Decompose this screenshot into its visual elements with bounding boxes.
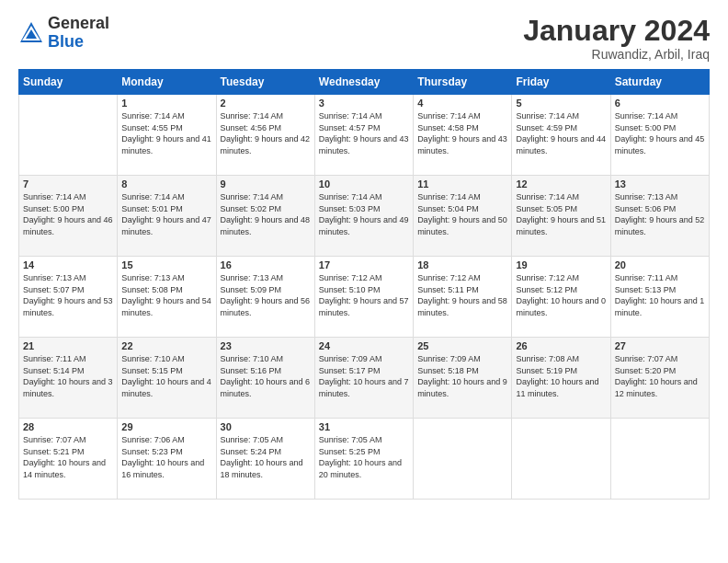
col-tuesday: Tuesday <box>216 70 314 95</box>
table-row: 26Sunrise: 7:08 AMSunset: 5:19 PMDayligh… <box>512 338 610 419</box>
day-info: Sunrise: 7:14 AMSunset: 5:05 PMDaylight:… <box>516 191 606 237</box>
day-info: Sunrise: 7:13 AMSunset: 5:08 PMDaylight:… <box>121 272 211 318</box>
subtitle: Ruwandiz, Arbil, Iraq <box>523 47 710 62</box>
table-row: 21Sunrise: 7:11 AMSunset: 5:14 PMDayligh… <box>19 338 118 419</box>
col-thursday: Thursday <box>414 70 512 95</box>
col-friday: Friday <box>512 70 610 95</box>
header: General Blue January 2024 Ruwandiz, Arbi… <box>18 15 710 62</box>
table-row: 16Sunrise: 7:13 AMSunset: 5:09 PMDayligh… <box>216 257 314 338</box>
day-info: Sunrise: 7:09 AMSunset: 5:17 PMDaylight:… <box>319 353 409 399</box>
day-number: 6 <box>615 98 705 109</box>
col-sunday: Sunday <box>19 70 118 95</box>
day-number: 31 <box>319 421 409 432</box>
table-row: 6Sunrise: 7:14 AMSunset: 5:00 PMDaylight… <box>610 95 709 176</box>
day-info: Sunrise: 7:06 AMSunset: 5:23 PMDaylight:… <box>121 434 211 480</box>
page: General Blue January 2024 Ruwandiz, Arbi… <box>0 0 728 563</box>
title-area: January 2024 Ruwandiz, Arbil, Iraq <box>523 15 710 62</box>
table-row: 15Sunrise: 7:13 AMSunset: 5:08 PMDayligh… <box>118 257 216 338</box>
table-row: 7Sunrise: 7:14 AMSunset: 5:00 PMDaylight… <box>19 176 118 257</box>
day-info: Sunrise: 7:13 AMSunset: 5:07 PMDaylight:… <box>23 272 113 318</box>
day-info: Sunrise: 7:05 AMSunset: 5:25 PMDaylight:… <box>319 434 409 480</box>
table-row: 5Sunrise: 7:14 AMSunset: 4:59 PMDaylight… <box>512 95 610 176</box>
table-row: 3Sunrise: 7:14 AMSunset: 4:57 PMDaylight… <box>314 95 413 176</box>
table-row: 8Sunrise: 7:14 AMSunset: 5:01 PMDaylight… <box>118 176 216 257</box>
day-number: 8 <box>121 178 211 190</box>
day-info: Sunrise: 7:11 AMSunset: 5:14 PMDaylight:… <box>23 353 113 399</box>
day-info: Sunrise: 7:09 AMSunset: 5:18 PMDaylight:… <box>417 353 507 399</box>
day-number: 22 <box>121 340 211 351</box>
day-number: 16 <box>221 259 311 270</box>
calendar-week-row: 1Sunrise: 7:14 AMSunset: 4:55 PMDaylight… <box>19 95 710 176</box>
logo-icon <box>18 20 44 46</box>
day-info: Sunrise: 7:07 AMSunset: 5:20 PMDaylight:… <box>615 353 705 399</box>
day-number: 25 <box>417 340 507 351</box>
calendar-week-row: 7Sunrise: 7:14 AMSunset: 5:00 PMDaylight… <box>19 176 710 257</box>
day-number: 14 <box>23 259 113 270</box>
table-row: 23Sunrise: 7:10 AMSunset: 5:16 PMDayligh… <box>216 338 314 419</box>
day-info: Sunrise: 7:14 AMSunset: 4:56 PMDaylight:… <box>221 110 311 156</box>
day-number: 18 <box>417 259 507 270</box>
day-number: 15 <box>121 259 211 270</box>
table-row: 28Sunrise: 7:07 AMSunset: 5:21 PMDayligh… <box>19 419 118 500</box>
day-info: Sunrise: 7:12 AMSunset: 5:11 PMDaylight:… <box>417 272 507 318</box>
day-number: 2 <box>221 98 311 109</box>
day-number: 13 <box>615 178 705 190</box>
calendar-table: Sunday Monday Tuesday Wednesday Thursday… <box>18 69 710 500</box>
calendar-week-row: 14Sunrise: 7:13 AMSunset: 5:07 PMDayligh… <box>19 257 710 338</box>
table-row: 30Sunrise: 7:05 AMSunset: 5:24 PMDayligh… <box>216 419 314 500</box>
table-row: 27Sunrise: 7:07 AMSunset: 5:20 PMDayligh… <box>610 338 709 419</box>
day-number: 26 <box>516 340 606 351</box>
day-info: Sunrise: 7:14 AMSunset: 5:00 PMDaylight:… <box>23 191 113 237</box>
day-number: 4 <box>417 98 507 109</box>
calendar-week-row: 28Sunrise: 7:07 AMSunset: 5:21 PMDayligh… <box>19 419 710 500</box>
day-info: Sunrise: 7:07 AMSunset: 5:21 PMDaylight:… <box>23 434 113 480</box>
day-info: Sunrise: 7:14 AMSunset: 4:58 PMDaylight:… <box>417 110 507 156</box>
table-row: 2Sunrise: 7:14 AMSunset: 4:56 PMDaylight… <box>216 95 314 176</box>
day-number: 1 <box>121 98 211 109</box>
day-info: Sunrise: 7:14 AMSunset: 5:04 PMDaylight:… <box>417 191 507 237</box>
day-number: 11 <box>417 178 507 190</box>
table-row: 9Sunrise: 7:14 AMSunset: 5:02 PMDaylight… <box>216 176 314 257</box>
calendar-week-row: 21Sunrise: 7:11 AMSunset: 5:14 PMDayligh… <box>19 338 710 419</box>
table-row: 25Sunrise: 7:09 AMSunset: 5:18 PMDayligh… <box>414 338 512 419</box>
day-number: 7 <box>23 178 113 190</box>
table-row: 22Sunrise: 7:10 AMSunset: 5:15 PMDayligh… <box>118 338 216 419</box>
col-saturday: Saturday <box>610 70 709 95</box>
day-info: Sunrise: 7:12 AMSunset: 5:12 PMDaylight:… <box>516 272 606 318</box>
day-number: 30 <box>221 421 311 432</box>
table-row: 12Sunrise: 7:14 AMSunset: 5:05 PMDayligh… <box>512 176 610 257</box>
logo-general-text: General <box>48 14 109 32</box>
day-number: 28 <box>23 421 113 432</box>
day-number: 9 <box>221 178 311 190</box>
day-info: Sunrise: 7:12 AMSunset: 5:10 PMDaylight:… <box>319 272 409 318</box>
table-row: 19Sunrise: 7:12 AMSunset: 5:12 PMDayligh… <box>512 257 610 338</box>
day-info: Sunrise: 7:14 AMSunset: 5:02 PMDaylight:… <box>221 191 311 237</box>
table-row: 10Sunrise: 7:14 AMSunset: 5:03 PMDayligh… <box>314 176 413 257</box>
logo-blue-text: Blue <box>48 32 84 51</box>
day-number: 29 <box>121 421 211 432</box>
table-row <box>610 419 709 500</box>
day-number: 17 <box>319 259 409 270</box>
day-info: Sunrise: 7:14 AMSunset: 5:01 PMDaylight:… <box>121 191 211 237</box>
table-row <box>19 95 118 176</box>
day-number: 23 <box>221 340 311 351</box>
day-number: 5 <box>516 98 606 109</box>
table-row: 29Sunrise: 7:06 AMSunset: 5:23 PMDayligh… <box>118 419 216 500</box>
day-info: Sunrise: 7:13 AMSunset: 5:06 PMDaylight:… <box>615 191 705 237</box>
day-number: 19 <box>516 259 606 270</box>
day-info: Sunrise: 7:14 AMSunset: 5:00 PMDaylight:… <box>615 110 705 156</box>
logo: General Blue <box>18 15 109 52</box>
main-title: January 2024 <box>523 15 710 47</box>
day-info: Sunrise: 7:13 AMSunset: 5:09 PMDaylight:… <box>221 272 311 318</box>
day-number: 24 <box>319 340 409 351</box>
day-info: Sunrise: 7:05 AMSunset: 5:24 PMDaylight:… <box>221 434 311 480</box>
table-row: 4Sunrise: 7:14 AMSunset: 4:58 PMDaylight… <box>414 95 512 176</box>
table-row: 20Sunrise: 7:11 AMSunset: 5:13 PMDayligh… <box>610 257 709 338</box>
table-row: 1Sunrise: 7:14 AMSunset: 4:55 PMDaylight… <box>118 95 216 176</box>
col-monday: Monday <box>118 70 216 95</box>
day-info: Sunrise: 7:14 AMSunset: 4:57 PMDaylight:… <box>319 110 409 156</box>
table-row: 13Sunrise: 7:13 AMSunset: 5:06 PMDayligh… <box>610 176 709 257</box>
table-row: 18Sunrise: 7:12 AMSunset: 5:11 PMDayligh… <box>414 257 512 338</box>
day-number: 27 <box>615 340 705 351</box>
day-info: Sunrise: 7:08 AMSunset: 5:19 PMDaylight:… <box>516 353 606 399</box>
